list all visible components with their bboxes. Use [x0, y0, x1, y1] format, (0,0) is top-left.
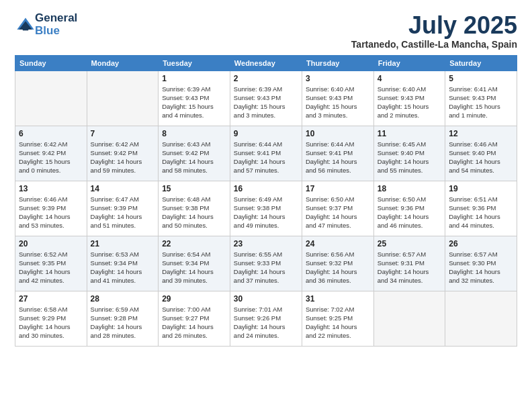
calendar-day-cell: 5Sunrise: 6:41 AM Sunset: 9:43 PM Daylig… — [445, 71, 517, 126]
calendar-day-cell: 12Sunrise: 6:46 AM Sunset: 9:40 PM Dayli… — [445, 126, 517, 181]
day-info: Sunrise: 6:44 AM Sunset: 9:41 PM Dayligh… — [234, 140, 298, 175]
calendar-day-cell — [87, 71, 159, 126]
day-number: 10 — [306, 129, 370, 138]
day-info: Sunrise: 6:42 AM Sunset: 9:42 PM Dayligh… — [19, 140, 83, 175]
day-info: Sunrise: 6:52 AM Sunset: 9:35 PM Dayligh… — [19, 250, 83, 285]
day-info: Sunrise: 6:44 AM Sunset: 9:41 PM Dayligh… — [306, 140, 370, 175]
day-number: 18 — [378, 184, 441, 193]
day-number: 28 — [91, 294, 155, 304]
calendar-day-cell: 22Sunrise: 6:54 AM Sunset: 9:34 PM Dayli… — [159, 236, 230, 291]
day-info: Sunrise: 6:47 AM Sunset: 9:39 PM Dayligh… — [91, 195, 155, 230]
calendar-day-cell: 31Sunrise: 7:02 AM Sunset: 9:25 PM Dayli… — [302, 291, 373, 346]
weekday-header-tuesday: Tuesday — [159, 55, 230, 71]
day-info: Sunrise: 6:53 AM Sunset: 9:34 PM Dayligh… — [91, 250, 155, 285]
day-info: Sunrise: 6:57 AM Sunset: 9:30 PM Dayligh… — [449, 250, 513, 285]
day-info: Sunrise: 6:43 AM Sunset: 9:42 PM Dayligh… — [162, 140, 226, 175]
calendar-day-cell — [445, 291, 517, 346]
logo-icon — [16, 15, 35, 34]
title-block: July 2025 Tartanedo, Castille-La Mancha,… — [351, 12, 517, 50]
day-number: 25 — [378, 239, 441, 248]
day-number: 19 — [449, 184, 513, 193]
calendar-day-cell: 17Sunrise: 6:50 AM Sunset: 9:37 PM Dayli… — [302, 181, 373, 236]
calendar-day-cell: 16Sunrise: 6:49 AM Sunset: 9:38 PM Dayli… — [230, 181, 302, 236]
day-number: 21 — [91, 239, 155, 248]
weekday-header-wednesday: Wednesday — [230, 55, 302, 71]
calendar-day-cell: 13Sunrise: 6:46 AM Sunset: 9:39 PM Dayli… — [15, 181, 87, 236]
calendar-day-cell: 15Sunrise: 6:48 AM Sunset: 9:38 PM Dayli… — [159, 181, 230, 236]
day-number: 12 — [449, 129, 513, 138]
day-number: 26 — [449, 239, 513, 248]
day-info: Sunrise: 6:46 AM Sunset: 9:39 PM Dayligh… — [19, 195, 83, 230]
day-info: Sunrise: 6:45 AM Sunset: 9:40 PM Dayligh… — [378, 140, 441, 175]
day-number: 31 — [306, 294, 370, 304]
calendar-title: July 2025 — [351, 12, 517, 39]
calendar-day-cell: 11Sunrise: 6:45 AM Sunset: 9:40 PM Dayli… — [373, 126, 445, 181]
day-number: 8 — [162, 129, 226, 138]
calendar-week-row: 27Sunrise: 6:58 AM Sunset: 9:29 PM Dayli… — [15, 291, 517, 346]
calendar-day-cell: 8Sunrise: 6:43 AM Sunset: 9:42 PM Daylig… — [159, 126, 230, 181]
day-info: Sunrise: 7:01 AM Sunset: 9:26 PM Dayligh… — [234, 305, 298, 340]
day-number: 14 — [91, 184, 155, 193]
day-number: 16 — [234, 184, 298, 193]
calendar-day-cell: 18Sunrise: 6:50 AM Sunset: 9:36 PM Dayli… — [373, 181, 445, 236]
day-info: Sunrise: 6:50 AM Sunset: 9:36 PM Dayligh… — [378, 195, 441, 230]
calendar-day-cell: 2Sunrise: 6:39 AM Sunset: 9:43 PM Daylig… — [230, 71, 302, 126]
calendar-day-cell: 6Sunrise: 6:42 AM Sunset: 9:42 PM Daylig… — [15, 126, 87, 181]
calendar-day-cell: 27Sunrise: 6:58 AM Sunset: 9:29 PM Dayli… — [15, 291, 87, 346]
calendar-day-cell: 7Sunrise: 6:42 AM Sunset: 9:42 PM Daylig… — [87, 126, 159, 181]
calendar-day-cell: 21Sunrise: 6:53 AM Sunset: 9:34 PM Dayli… — [87, 236, 159, 291]
calendar-day-cell: 26Sunrise: 6:57 AM Sunset: 9:30 PM Dayli… — [445, 236, 517, 291]
calendar-day-cell: 19Sunrise: 6:51 AM Sunset: 9:36 PM Dayli… — [445, 181, 517, 236]
calendar-table: SundayMondayTuesdayWednesdayThursdayFrid… — [15, 55, 517, 347]
weekday-header-sunday: Sunday — [15, 55, 87, 71]
day-number: 27 — [19, 294, 83, 304]
day-number: 11 — [378, 129, 441, 138]
calendar-day-cell: 30Sunrise: 7:01 AM Sunset: 9:26 PM Dayli… — [230, 291, 302, 346]
weekday-header-saturday: Saturday — [445, 55, 517, 71]
calendar-week-row: 6Sunrise: 6:42 AM Sunset: 9:42 PM Daylig… — [15, 126, 517, 181]
calendar-day-cell: 29Sunrise: 7:00 AM Sunset: 9:27 PM Dayli… — [159, 291, 230, 346]
calendar-week-row: 13Sunrise: 6:46 AM Sunset: 9:39 PM Dayli… — [15, 181, 517, 236]
day-number: 4 — [378, 74, 441, 83]
calendar-day-cell: 25Sunrise: 6:57 AM Sunset: 9:31 PM Dayli… — [373, 236, 445, 291]
day-number: 20 — [19, 239, 83, 248]
day-info: Sunrise: 6:41 AM Sunset: 9:43 PM Dayligh… — [449, 85, 513, 120]
day-info: Sunrise: 6:46 AM Sunset: 9:40 PM Dayligh… — [449, 140, 513, 175]
day-number: 7 — [91, 129, 155, 138]
day-number: 13 — [19, 184, 83, 193]
calendar-day-cell: 10Sunrise: 6:44 AM Sunset: 9:41 PM Dayli… — [302, 126, 373, 181]
day-number: 6 — [19, 129, 83, 138]
logo-blue: Blue — [35, 25, 77, 38]
calendar-day-cell: 4Sunrise: 6:40 AM Sunset: 9:43 PM Daylig… — [373, 71, 445, 126]
logo-general: General — [35, 12, 77, 25]
day-info: Sunrise: 7:02 AM Sunset: 9:25 PM Dayligh… — [306, 305, 370, 340]
day-info: Sunrise: 6:55 AM Sunset: 9:33 PM Dayligh… — [234, 250, 298, 285]
day-number: 2 — [234, 74, 298, 83]
day-info: Sunrise: 6:59 AM Sunset: 9:28 PM Dayligh… — [91, 305, 155, 340]
day-number: 15 — [162, 184, 226, 193]
day-info: Sunrise: 6:51 AM Sunset: 9:36 PM Dayligh… — [449, 195, 513, 230]
day-info: Sunrise: 6:40 AM Sunset: 9:43 PM Dayligh… — [378, 85, 441, 120]
calendar-day-cell: 20Sunrise: 6:52 AM Sunset: 9:35 PM Dayli… — [15, 236, 87, 291]
logo: General Blue — [15, 12, 77, 37]
calendar-day-cell: 1Sunrise: 6:39 AM Sunset: 9:43 PM Daylig… — [159, 71, 230, 126]
calendar-day-cell: 23Sunrise: 6:55 AM Sunset: 9:33 PM Dayli… — [230, 236, 302, 291]
day-number: 5 — [449, 74, 513, 83]
calendar-header-row: SundayMondayTuesdayWednesdayThursdayFrid… — [15, 55, 517, 71]
day-info: Sunrise: 6:58 AM Sunset: 9:29 PM Dayligh… — [19, 305, 83, 340]
page-header: General Blue July 2025 Tartanedo, Castil… — [15, 12, 517, 50]
day-info: Sunrise: 6:39 AM Sunset: 9:43 PM Dayligh… — [234, 85, 298, 120]
calendar-location: Tartanedo, Castille-La Mancha, Spain — [351, 39, 517, 50]
calendar-week-row: 1Sunrise: 6:39 AM Sunset: 9:43 PM Daylig… — [15, 71, 517, 126]
day-info: Sunrise: 6:49 AM Sunset: 9:38 PM Dayligh… — [234, 195, 298, 230]
day-number: 24 — [306, 239, 370, 248]
weekday-header-friday: Friday — [373, 55, 445, 71]
day-number: 30 — [234, 294, 298, 304]
calendar-week-row: 20Sunrise: 6:52 AM Sunset: 9:35 PM Dayli… — [15, 236, 517, 291]
day-info: Sunrise: 6:50 AM Sunset: 9:37 PM Dayligh… — [306, 195, 370, 230]
calendar-day-cell — [373, 291, 445, 346]
day-number: 22 — [162, 239, 226, 248]
day-info: Sunrise: 6:54 AM Sunset: 9:34 PM Dayligh… — [162, 250, 226, 285]
calendar-day-cell: 24Sunrise: 6:56 AM Sunset: 9:32 PM Dayli… — [302, 236, 373, 291]
day-info: Sunrise: 6:39 AM Sunset: 9:43 PM Dayligh… — [162, 85, 226, 120]
